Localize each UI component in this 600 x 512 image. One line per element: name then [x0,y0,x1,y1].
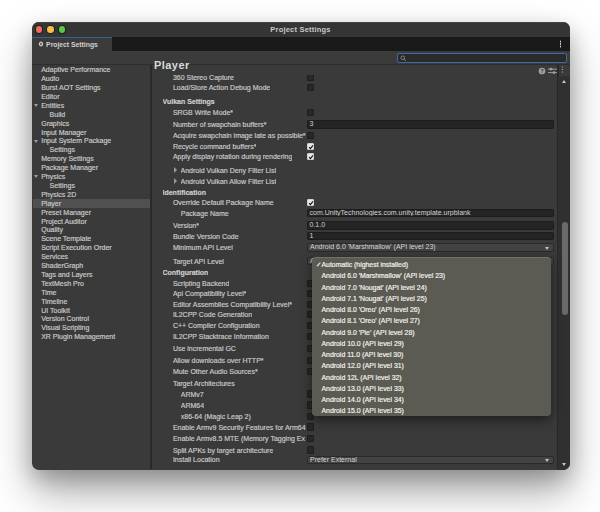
svg-text:?: ? [540,67,543,73]
